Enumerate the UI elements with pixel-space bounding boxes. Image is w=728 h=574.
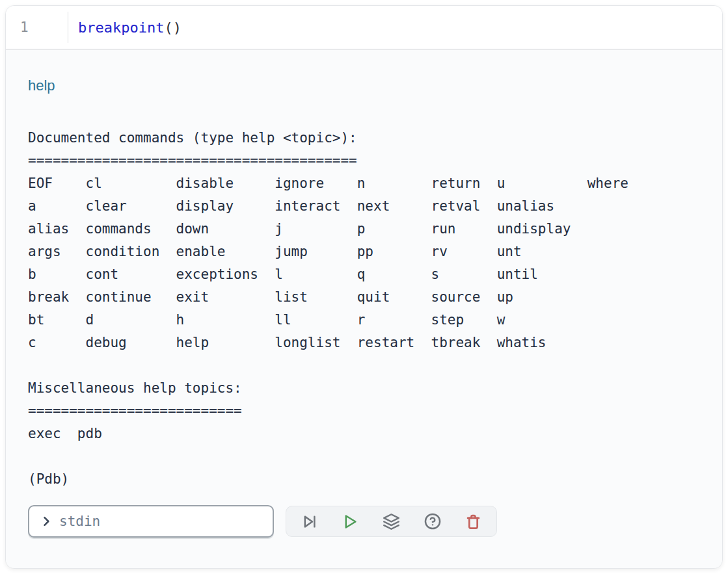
code-runner-card: 1 breakpoint() help Documented commands …: [5, 5, 723, 569]
code-token-parens: (): [164, 20, 182, 36]
layers-icon: [383, 513, 400, 530]
console-output-area: help Documented commands (type help <top…: [6, 50, 722, 568]
code-editor[interactable]: 1 breakpoint(): [6, 6, 722, 50]
console-toolbar: [286, 506, 497, 537]
step-forward-icon: [301, 513, 318, 530]
help-circle-icon: [424, 512, 442, 530]
step-button[interactable]: [289, 507, 330, 536]
code-line[interactable]: breakpoint(): [68, 20, 722, 36]
stack-button[interactable]: [371, 507, 412, 536]
run-button[interactable]: [330, 507, 371, 536]
play-icon: [342, 513, 359, 530]
line-number: 1: [6, 6, 68, 49]
clear-button[interactable]: [453, 507, 494, 536]
prompt-chevron-icon: [40, 515, 53, 528]
console-controls: [28, 505, 703, 538]
trash-icon: [465, 513, 482, 530]
command-echo: help: [28, 77, 703, 94]
pdb-help-output: Documented commands (type help <topic>):…: [28, 127, 703, 491]
stdin-input[interactable]: [59, 514, 265, 529]
stdin-inputbox[interactable]: [28, 505, 274, 538]
code-token-function: breakpoint: [78, 20, 164, 36]
help-button[interactable]: [412, 507, 453, 536]
